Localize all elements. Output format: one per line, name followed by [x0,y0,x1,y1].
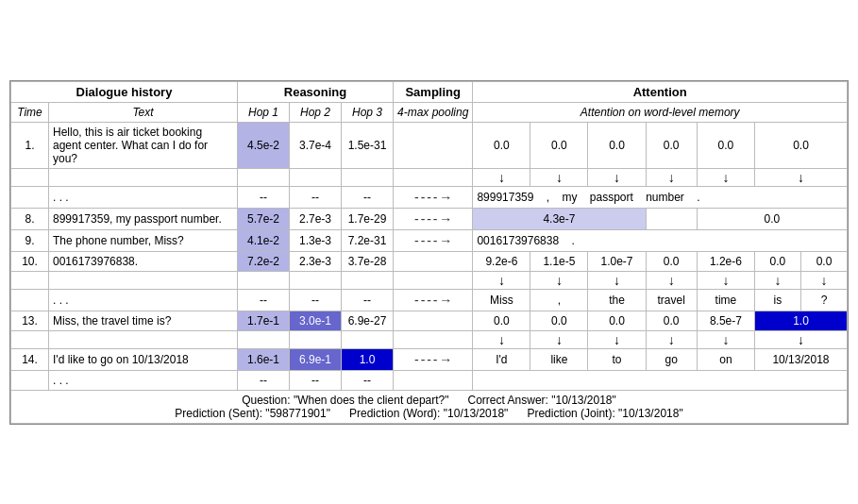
hop1-val: 7.2e-2 [238,251,290,271]
hop3-val: 1.0 [342,348,394,370]
hop2-val: 6.9e-1 [290,348,342,370]
att-merged: 4.3e-7 [473,208,646,229]
sampling-val [394,122,473,168]
row-id: 9. [11,229,49,251]
att1: 0.0 [473,122,530,168]
sub-sampling: 4-max pooling [394,102,473,122]
sub-attention: Attention on word-level memory [473,102,848,122]
hop2-val: 2.7e-3 [290,208,342,229]
ar-text [49,330,238,348]
sampling-val [394,251,473,271]
header-sub-row: Time Text Hop 1 Hop 2 Hop 3 4-max poolin… [11,102,848,122]
att-words: 899917359 , my passport number . [473,186,848,208]
hop3-val: 6.9e-27 [342,311,394,330]
sub-text: Text [49,102,238,122]
ar-id [11,168,49,186]
att7: 0.0 [800,251,847,271]
att2: 0.0 [530,311,588,330]
ar-id [11,330,49,348]
att6: 1.0 [754,311,847,330]
row-text: I'd like to go on 10/13/2018 [49,348,238,370]
att4: 0.0 [646,251,697,271]
att1: I'd [473,348,530,370]
ar-a4: ↓ [646,330,697,348]
ar-a1: ↓ [473,330,530,348]
att3: 1.0e-7 [588,251,646,271]
ar-a3: ↓ [588,168,646,186]
att3: 0.0 [588,311,646,330]
footer-content: Question: "When does the client depart?"… [11,390,848,423]
att3: to [588,348,646,370]
att2: , [530,289,588,311]
hop1-val: -- [238,289,290,311]
hop1-val: 5.7e-2 [238,208,290,229]
table-row: . . . -- -- -- [11,370,848,390]
sampling-val: - - - - → [394,208,473,229]
ar-a2: ↓ [530,330,588,348]
att2: like [530,348,588,370]
sampling-val: - - - - → [394,229,473,251]
hop2-val: -- [290,186,342,208]
ar-a2: ↓ [530,271,588,289]
att5: on [697,348,754,370]
ar-a7: ↓ [800,271,847,289]
att6: 0.0 [754,251,800,271]
hop2-val: -- [290,370,342,390]
table-row: . . . -- -- -- - - - - → 899917359 , my … [11,186,848,208]
ar-h1 [238,330,290,348]
att-val2: 0.0 [697,208,847,229]
arrow-row: ↓ ↓ ↓ ↓ ↓ ↓ [11,330,848,348]
ar-a6: ↓ [754,168,847,186]
ar-a5: ↓ [697,168,754,186]
row-text: Miss, the travel time is? [49,311,238,330]
hop2-val: 1.3e-3 [290,229,342,251]
ar-h3 [342,271,394,289]
sub-time: Time [11,102,49,122]
att6: 10/13/2018 [754,348,847,370]
row-text: . . . [49,186,238,208]
att4: 0.0 [646,311,697,330]
ar-a1: ↓ [473,271,530,289]
row-id [11,370,49,390]
table-row: 13. Miss, the travel time is? 1.7e-1 3.0… [11,311,848,330]
footer-answer: Correct Answer: "10/13/2018" [468,394,616,407]
hop3-val: -- [342,370,394,390]
ar-h2 [290,330,342,348]
ar-text [49,168,238,186]
footer-question: Question: "When does the client depart?" [242,394,448,407]
ar-h2 [290,271,342,289]
ar-a4: ↓ [646,271,697,289]
hop1-val: 1.6e-1 [238,348,290,370]
att4: travel [646,289,697,311]
ar-h3 [342,330,394,348]
att5: time [697,289,754,311]
ar-s [394,271,473,289]
att-val [646,208,697,229]
att4: 0.0 [646,122,697,168]
table-row: 10. 0016173976838. 7.2e-2 2.3e-3 3.7e-28… [11,251,848,271]
sub-hop3: Hop 3 [342,102,394,122]
att7: ? [800,289,847,311]
row-text: The phone number, Miss? [49,229,238,251]
att5: 8.5e-7 [697,311,754,330]
ar-a4: ↓ [646,168,697,186]
hop2-val: -- [290,289,342,311]
ar-h1 [238,168,290,186]
ar-a5: ↓ [697,271,754,289]
sampling-val: - - - - → [394,289,473,311]
footer-sent: Prediction (Sent): "598771901" [175,407,330,420]
att6: is [754,289,800,311]
ar-a3: ↓ [588,330,646,348]
table-row: . . . -- -- -- - - - - → Miss , the trav… [11,289,848,311]
header-dialogue-history: Dialogue history [11,81,238,102]
att-words: 0016173976838 . [473,229,848,251]
table-row: 14. I'd like to go on 10/13/2018 1.6e-1 … [11,348,848,370]
table-row: 1. Hello, this is air ticket booking age… [11,122,848,168]
row-id: 14. [11,348,49,370]
hop3-val: -- [342,186,394,208]
hop2-val: 3.7e-4 [290,122,342,168]
ar-s [394,330,473,348]
ar-text [49,271,238,289]
ar-s [394,168,473,186]
sampling-val: - - - - → [394,348,473,370]
